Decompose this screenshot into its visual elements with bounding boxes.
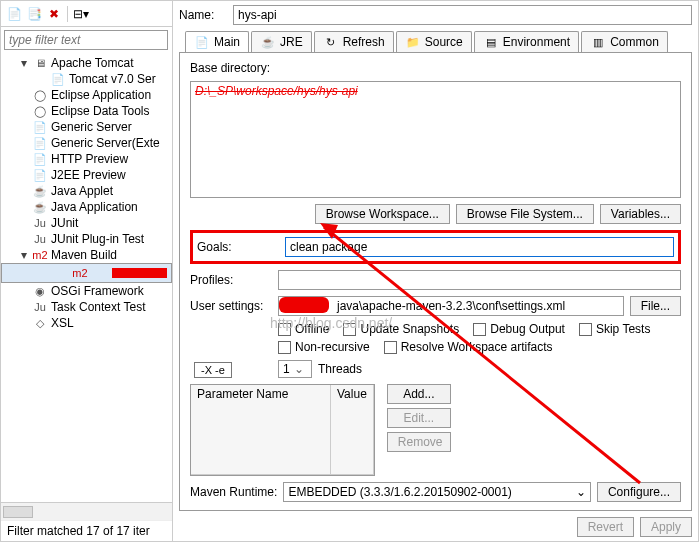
tree-item[interactable]: 📄Tomcat v7.0 Ser	[1, 71, 172, 87]
tree-item[interactable]: 📄HTTP Preview	[1, 151, 172, 167]
base-dir-input[interactable]: D:\_SP\workspace/hys/hys-api	[190, 81, 681, 198]
name-label: Name:	[179, 8, 227, 22]
tree-item[interactable]: JuJUnit Plug-in Test	[1, 231, 172, 247]
tree-item[interactable]: 📄J2EE Preview	[1, 167, 172, 183]
tab-main[interactable]: 📄Main	[185, 31, 249, 52]
tree-item[interactable]: m2	[1, 263, 172, 283]
left-toolbar: 📄 📑 ✖ ⊟▾	[1, 1, 172, 27]
tab-refresh[interactable]: ↻Refresh	[314, 31, 394, 52]
base-dir-label: Base directory:	[190, 61, 681, 75]
h-scrollbar[interactable]	[1, 502, 172, 520]
col-value: Value	[331, 385, 374, 475]
goals-input[interactable]	[285, 237, 674, 257]
checkbox-update-snapshots[interactable]: Update Snapshots	[343, 322, 459, 336]
goals-highlight: Goals:	[190, 230, 681, 264]
tree-item[interactable]: 📄Generic Server	[1, 119, 172, 135]
chevron-down-icon: ⌄	[576, 485, 586, 499]
user-settings-input[interactable]: java\apache-maven-3.2.3\conf\settings.xm…	[278, 296, 624, 316]
collapse-icon[interactable]: ⊟▾	[72, 5, 90, 23]
browse-filesystem-button[interactable]: Browse File System...	[456, 204, 594, 224]
remove-button[interactable]: Remove	[387, 432, 451, 452]
tree-item[interactable]: JuJUnit	[1, 215, 172, 231]
params-table[interactable]: Parameter Name Value	[190, 384, 375, 476]
config-tree: ▾🖥Apache Tomcat📄Tomcat v7.0 Ser◯Eclipse …	[1, 53, 172, 502]
redaction-icon	[279, 297, 329, 313]
new-icon[interactable]: 📄	[5, 5, 23, 23]
tree-item[interactable]: ◇XSL	[1, 315, 172, 331]
tree-item[interactable]: ☕Java Application	[1, 199, 172, 215]
tab-jre[interactable]: ☕JRE	[251, 31, 312, 52]
profiles-label: Profiles:	[190, 273, 272, 287]
browse-workspace-button[interactable]: Browse Workspace...	[315, 204, 450, 224]
runtime-select[interactable]: EMBEDDED (3.3.3/1.6.2.20150902-0001)⌄	[283, 482, 591, 502]
file-button[interactable]: File...	[630, 296, 681, 316]
user-settings-label: User settings:	[190, 299, 272, 313]
apply-button[interactable]: Apply	[640, 517, 692, 537]
profiles-input[interactable]	[278, 270, 681, 290]
tab-bar: 📄Main☕JRE↻Refresh📁Source▤Environment▥Com…	[179, 31, 692, 53]
filter-input[interactable]	[4, 30, 168, 50]
tab-environment[interactable]: ▤Environment	[474, 31, 579, 52]
threads-label: Threads	[318, 362, 362, 376]
checkbox-non-recursive[interactable]: Non-recursive	[278, 340, 370, 354]
tree-item[interactable]: 📄Generic Server(Exte	[1, 135, 172, 151]
options-group: -X -e OfflineUpdate SnapshotsDebug Outpu…	[190, 322, 681, 354]
tab-source[interactable]: 📁Source	[396, 31, 472, 52]
tab-common[interactable]: ▥Common	[581, 31, 668, 52]
variables-button[interactable]: Variables...	[600, 204, 681, 224]
tooltip: -X -e	[194, 362, 232, 378]
tree-item[interactable]: ▾m2Maven Build	[1, 247, 172, 263]
tree-item[interactable]: ◉OSGi Framework	[1, 283, 172, 299]
tree-item[interactable]: ◯Eclipse Data Tools	[1, 103, 172, 119]
checkbox-offline[interactable]: Offline	[278, 322, 329, 336]
delete-icon[interactable]: ✖	[45, 5, 63, 23]
revert-button[interactable]: Revert	[577, 517, 634, 537]
tree-item[interactable]: JuTask Context Test	[1, 299, 172, 315]
edit-button[interactable]: Edit...	[387, 408, 451, 428]
tree-item[interactable]: ☕Java Applet	[1, 183, 172, 199]
col-param: Parameter Name	[191, 385, 331, 475]
filter-status: Filter matched 17 of 17 iter	[1, 520, 172, 541]
tree-item[interactable]: ◯Eclipse Application	[1, 87, 172, 103]
threads-spinner[interactable]: 1⌄	[278, 360, 312, 378]
checkbox-skip-tests[interactable]: Skip Tests	[579, 322, 650, 336]
goals-label: Goals:	[197, 240, 279, 254]
name-input[interactable]	[233, 5, 692, 25]
duplicate-icon[interactable]: 📑	[25, 5, 43, 23]
add-button[interactable]: Add...	[387, 384, 451, 404]
checkbox-debug-output[interactable]: Debug Output	[473, 322, 565, 336]
tree-item[interactable]: ▾🖥Apache Tomcat	[1, 55, 172, 71]
runtime-label: Maven Runtime:	[190, 485, 277, 499]
configure-button[interactable]: Configure...	[597, 482, 681, 502]
checkbox-resolve-workspace-artifacts[interactable]: Resolve Workspace artifacts	[384, 340, 553, 354]
